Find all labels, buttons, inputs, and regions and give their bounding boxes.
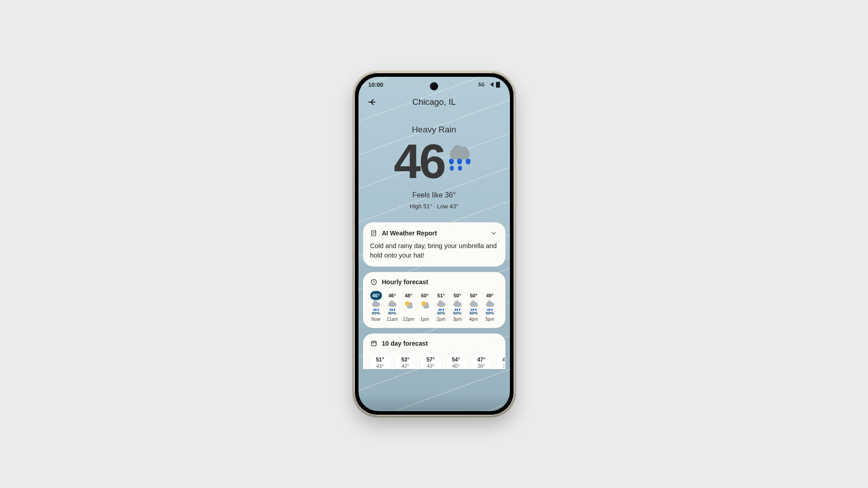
current-conditions: Heavy Rain 46 Feels like 36° High 51° · …: [359, 112, 510, 216]
hour-precip: 40%: [437, 311, 445, 316]
expand-button[interactable]: [489, 229, 498, 238]
day-high: 47°: [471, 357, 492, 363]
day-0[interactable]: 51°43°: [369, 352, 391, 369]
day-low: 38°: [471, 363, 492, 369]
ai-report-title: AI Weather Report: [382, 230, 437, 237]
hour-now[interactable]: 46°90%Now: [368, 291, 384, 322]
phone-frame: 10:00 5G Chicago, IL Heavy Rain 46: [354, 72, 514, 416]
hour-temp: 50°: [452, 291, 463, 300]
daily-header: 10 day forecast: [370, 340, 498, 347]
day-low: 43°: [420, 363, 441, 369]
hour-5pm[interactable]: 49°60%5pm: [482, 291, 498, 322]
heavy-rain-icon: [447, 149, 474, 174]
hour-precip: 50%: [469, 311, 477, 316]
hourly-row[interactable]: 46°90%Now46°90%11am48°12pm50°1pm51°40%2p…: [368, 291, 503, 322]
day-4[interactable]: 47°38°: [471, 352, 492, 369]
front-camera: [430, 82, 438, 90]
battery-icon: [496, 82, 500, 88]
partly-cloudy-icon: [421, 302, 429, 310]
rain-icon: [486, 302, 494, 310]
bottom-fade: [359, 393, 510, 411]
hour-label: Now: [371, 317, 380, 322]
app-header: Chicago, IL: [359, 92, 510, 112]
hour-precip: 60%: [486, 311, 494, 316]
day-high: 53°: [395, 357, 416, 363]
back-button[interactable]: [366, 96, 378, 108]
current-temp: 46: [394, 139, 444, 183]
hourly-title: Hourly forecast: [382, 278, 429, 286]
day-high: 45°: [496, 357, 505, 363]
hour-precip: 50%: [453, 311, 461, 316]
calendar-icon: [370, 340, 377, 347]
hour-temp: 50°: [419, 291, 431, 300]
hour-3pm[interactable]: 50°50%3pm: [450, 291, 465, 322]
hour-label: 5pm: [486, 317, 494, 322]
hour-12pm[interactable]: 48°12pm: [401, 291, 416, 322]
hour-label: 1pm: [420, 317, 429, 322]
partly-cloudy-icon: [405, 302, 413, 310]
hour-4pm[interactable]: 50°50%4pm: [466, 291, 481, 322]
hour-label: 4pm: [469, 317, 478, 322]
cards-stack: AI Weather Report Cold and rainy day, br…: [359, 216, 510, 369]
rain-icon: [372, 302, 380, 310]
hour-temp: 51°: [435, 291, 447, 300]
daily-row[interactable]: 51°43°53°42°57°43°54°40°47°38°45°34°: [369, 352, 505, 369]
day-low: 34°: [496, 363, 505, 369]
hour-precip: 90%: [372, 311, 380, 316]
sparkle-doc-icon: [370, 230, 377, 237]
hour-precip: 90%: [388, 311, 396, 316]
ai-report-body: Cold and rainy day, bring your umbrella …: [370, 241, 498, 260]
day-high: 51°: [370, 357, 391, 363]
day-1[interactable]: 53°42°: [395, 352, 416, 369]
hour-temp: 46°: [370, 291, 382, 300]
day-high: 54°: [446, 357, 467, 363]
location-title: Chicago, IL: [412, 97, 456, 107]
signal-icon: [487, 82, 494, 87]
hour-2pm[interactable]: 51°40%2pm: [434, 291, 449, 322]
temp-row: 46: [359, 139, 510, 183]
hour-temp: 50°: [468, 291, 480, 300]
day-low: 40°: [446, 363, 467, 369]
network-label: 5G: [478, 82, 485, 87]
daily-forecast-card[interactable]: 10 day forecast 51°43°53°42°57°43°54°40°…: [363, 333, 505, 369]
status-time: 10:00: [368, 81, 383, 88]
hour-11am[interactable]: 46°90%11am: [385, 291, 400, 322]
volume-button[interactable]: [515, 169, 517, 210]
rain-icon: [437, 302, 445, 310]
day-2[interactable]: 57°43°: [420, 352, 442, 369]
condition-label: Heavy Rain: [359, 125, 510, 135]
hour-label: 2pm: [437, 317, 445, 322]
ai-report-header: AI Weather Report: [370, 229, 498, 238]
status-right: 5G: [478, 82, 500, 88]
chevron-down-icon: [490, 230, 497, 237]
hourly-forecast-card[interactable]: Hourly forecast 46°90%Now46°90%11am48°12…: [363, 272, 505, 328]
day-high: 57°: [420, 357, 441, 363]
day-3[interactable]: 54°40°: [445, 352, 467, 369]
daily-title: 10 day forecast: [382, 340, 428, 347]
day-low: 42°: [395, 363, 416, 369]
hourly-header: Hourly forecast: [370, 278, 498, 286]
ai-report-card[interactable]: AI Weather Report Cold and rainy day, br…: [363, 222, 505, 267]
rain-icon: [470, 302, 478, 310]
hour-label: 12pm: [403, 317, 414, 322]
hour-temp: 48°: [403, 291, 415, 300]
svg-rect-2: [371, 342, 376, 346]
clock-icon: [370, 278, 377, 286]
hour-label: 11am: [387, 317, 398, 322]
feels-like: Feels like 36°: [359, 191, 510, 199]
screen: 10:00 5G Chicago, IL Heavy Rain 46: [359, 77, 510, 411]
power-button[interactable]: [515, 140, 517, 163]
high-low: High 51° · Low 43°: [359, 203, 510, 210]
hour-label: 3pm: [453, 317, 462, 322]
rain-icon: [453, 302, 462, 310]
day-5[interactable]: 45°34°: [496, 352, 505, 369]
rain-icon: [388, 302, 396, 310]
day-low: 43°: [370, 363, 391, 369]
hour-temp: 49°: [484, 291, 496, 300]
hour-1pm[interactable]: 50°1pm: [417, 291, 433, 322]
hour-temp: 46°: [387, 291, 398, 300]
